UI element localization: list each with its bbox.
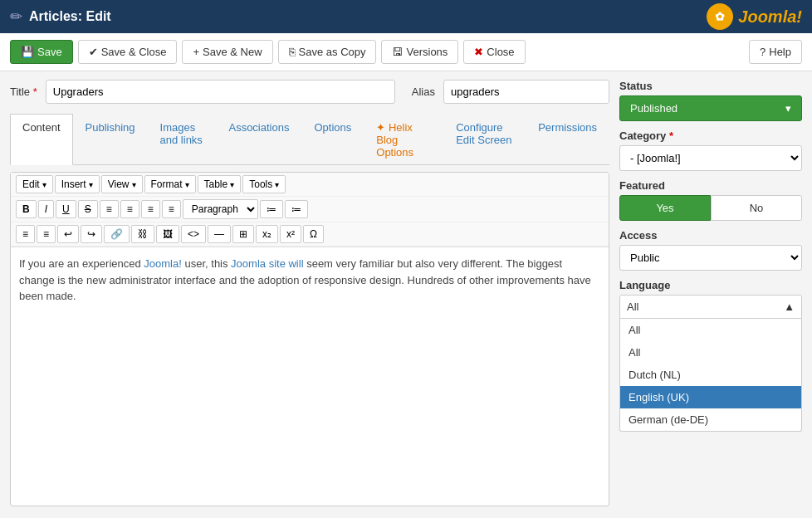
editor-content[interactable]: If you are an experienced Joomla! user, … [11,247,609,314]
status-field: Status Published ▾ [619,80,802,121]
plus-icon: + [193,46,199,58]
save-button[interactable]: 💾 Save [10,40,73,64]
align-left2-button[interactable]: ≡ [16,225,35,243]
language-dropdown: All ▲ All All Dutch (NL) English (UK) Ge… [619,295,802,432]
toolbar: 💾 Save ✔ Save & Close + Save & New ⎘ Sav… [0,33,812,71]
hr-button[interactable]: — [208,225,231,243]
menu-tools[interactable]: Tools ▾ [242,175,286,193]
lang-option-nl[interactable]: Dutch (NL) [620,364,801,386]
language-options-list: All All Dutch (NL) English (UK) German (… [619,319,802,432]
close-button[interactable]: ✖ Close [463,40,525,64]
language-field: Language All ▲ All All Dutch (NL) Englis… [619,279,802,432]
underline-button[interactable]: U [56,200,76,218]
unlink-button[interactable]: ⛓ [131,225,154,243]
main-panel: Title * Alias Content Publishing Images … [10,80,609,506]
image-button[interactable]: 🖼 [156,225,179,243]
editor-container: Edit ▾ Insert ▾ View ▾ Format ▾ Table ▾ … [10,172,609,506]
redo-button[interactable]: ↪ [81,225,102,243]
joomla-site-link[interactable]: Joomla site [231,257,286,270]
table-insert-button[interactable]: ⊞ [232,225,254,243]
access-select[interactable]: Public Registered Special [619,245,802,271]
lang-option-en-uk[interactable]: English (UK) [620,386,801,408]
status-label: Status [619,80,802,92]
paragraph-select[interactable]: Paragraph Heading 1 Heading 2 Heading 3 [183,199,258,219]
menu-insert[interactable]: Insert ▾ [55,175,100,193]
tab-options[interactable]: Options [301,114,364,165]
tab-configure[interactable]: Configure Edit Screen [443,114,526,165]
featured-label: Featured [619,179,802,192]
versions-button[interactable]: 🖫 Versions [381,40,458,64]
category-required: * [669,130,673,142]
featured-field: Featured Yes No [619,179,802,221]
tab-images[interactable]: Images and links [148,114,217,165]
content-area: Title * Alias Content Publishing Images … [0,71,812,515]
undo-button[interactable]: ↩ [57,225,79,243]
toolbar-buttons: 💾 Save ✔ Save & Close + Save & New ⎘ Sav… [10,40,526,64]
language-label: Language [619,279,802,291]
title-required: * [33,86,37,98]
status-button[interactable]: Published ▾ [619,95,802,121]
save-new-button[interactable]: + Save & New [182,40,272,64]
editor-menu-row: Edit ▾ Insert ▾ View ▾ Format ▾ Table ▾ … [11,173,609,197]
featured-toggle: Yes No [619,195,802,221]
ordered-list-button[interactable]: ≔ [285,200,308,218]
joomla-link[interactable]: Joomla! [144,257,182,270]
alias-label: Alias [412,86,435,98]
menu-edit[interactable]: Edit ▾ [16,175,53,193]
tab-content[interactable]: Content [10,114,73,165]
title-input[interactable] [46,80,395,104]
tab-permissions[interactable]: Permissions [526,114,609,165]
lang-option-all2[interactable]: All [620,341,801,364]
category-field: Category * - [Joomla!] Uncategorised [619,130,802,171]
featured-yes-button[interactable]: Yes [619,195,711,221]
align-center-button[interactable]: ≡ [120,200,139,218]
joomla-logo-text: Joomla! [738,7,802,27]
joomla-logo-icon: ✿ [707,3,733,30]
lang-option-all1[interactable]: All [620,319,801,341]
italic-button[interactable]: I [38,200,54,218]
help-icon: ? [760,46,766,58]
language-arrow-icon: ▲ [784,301,795,313]
save-close-button[interactable]: ✔ Save & Close [78,40,178,64]
pencil-icon: ✏ [10,7,22,26]
align-justify-button[interactable]: ≡ [162,200,181,218]
align-right-button[interactable]: ≡ [141,200,160,218]
unordered-list-button[interactable]: ≔ [260,200,283,218]
versions-icon: 🖫 [392,46,403,58]
save-copy-button[interactable]: ⎘ Save as Copy [278,40,377,64]
tabs: Content Publishing Images and links Asso… [10,114,609,165]
omega-button[interactable]: Ω [303,225,324,243]
featured-no-button[interactable]: No [711,195,802,221]
link-button[interactable]: 🔗 [104,225,130,243]
sidebar-panel: Status Published ▾ Category * - [Joomla!… [619,80,802,506]
joomla-logo: ✿ Joomla! [707,3,802,30]
category-label: Category * [619,130,802,142]
menu-view[interactable]: View ▾ [101,175,143,193]
category-select[interactable]: - [Joomla!] Uncategorised [619,145,802,171]
access-field: Access Public Registered Special [619,229,802,271]
bold-button[interactable]: B [16,200,37,218]
language-display[interactable]: All ▲ [619,295,802,319]
tab-publishing[interactable]: Publishing [73,114,148,165]
align-left-button[interactable]: ≡ [100,200,119,218]
code-button[interactable]: <> [181,225,206,243]
subscript-button[interactable]: x₂ [256,225,278,243]
alias-input[interactable] [443,80,609,104]
editor-extra-row: ≡ ≡ ↩ ↪ 🔗 ⛓ 🖼 <> — ⊞ x₂ x² Ω [11,222,609,247]
menu-format[interactable]: Format ▾ [144,175,196,193]
superscript-button[interactable]: x² [280,225,301,243]
copy-icon: ⎘ [289,46,296,58]
strikethrough-button[interactable]: S [78,200,98,218]
help-button[interactable]: ? Help [749,40,802,64]
title-row: Title * Alias [10,80,609,104]
menu-table[interactable]: Table ▾ [198,175,242,193]
access-label: Access [619,229,802,242]
title-label: Title * [10,86,37,98]
tab-helix[interactable]: ✦ Helix Blog Options [364,114,443,165]
tab-associations[interactable]: Associations [216,114,301,165]
top-bar: ✏ Articles: Edit ✿ Joomla! [0,0,812,33]
page-title: Articles: Edit [29,9,111,24]
editor-format-row: B I U S ≡ ≡ ≡ ≡ Paragraph Heading 1 Head… [11,197,609,222]
align-right2-button[interactable]: ≡ [37,225,56,243]
lang-option-de[interactable]: German (de-DE) [620,408,801,431]
